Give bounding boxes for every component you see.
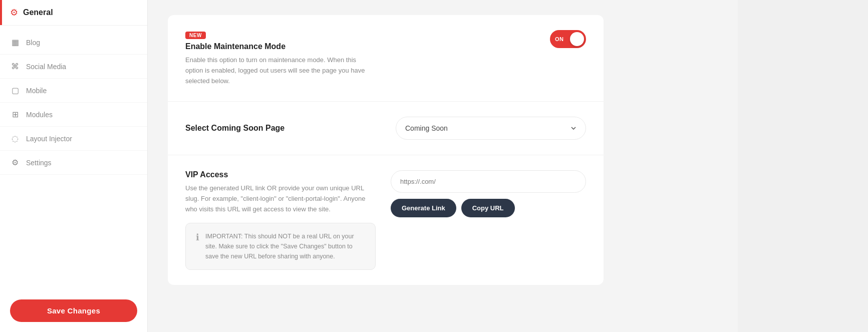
sidebar-item-mobile-label: Mobile [26, 87, 47, 95]
generate-link-button[interactable]: Generate Link [391, 199, 456, 217]
coming-soon-label: Select Coming Soon Page [185, 124, 386, 133]
sidebar-item-blog[interactable]: ▦ Blog [0, 31, 147, 55]
sidebar-nav: ▦ Blog ⌘ Social Media ▢ Mobile ⊞ Modules… [0, 26, 147, 289]
coming-soon-section: Select Coming Soon Page Coming Soon Main… [168, 102, 604, 155]
save-changes-button[interactable]: Save Changes [10, 299, 137, 322]
blog-icon: ▦ [10, 38, 20, 47]
toggle-on-label: ON [555, 36, 564, 42]
maintenance-header: NEW Enable Maintenance Mode Enable this … [185, 30, 586, 86]
vip-right: Generate Link Copy URL [391, 170, 586, 269]
maintenance-section: NEW Enable Maintenance Mode Enable this … [168, 15, 604, 102]
sidebar-item-blog-label: Blog [26, 39, 40, 47]
vip-buttons: Generate Link Copy URL [391, 199, 586, 217]
sidebar-item-social-media[interactable]: ⌘ Social Media [0, 55, 147, 79]
copy-url-button[interactable]: Copy URL [461, 199, 515, 217]
toggle-track: ON [550, 30, 586, 48]
url-input[interactable] [391, 170, 586, 193]
maintenance-title: Enable Maintenance Mode [185, 42, 540, 51]
right-spacer [738, 0, 868, 332]
content-card: NEW Enable Maintenance Mode Enable this … [168, 15, 604, 285]
sidebar-title: General [23, 8, 53, 17]
maintenance-toggle-container: ON [550, 30, 586, 48]
vip-description: Use the generated URL link OR provide yo… [185, 183, 376, 214]
mobile-icon: ▢ [10, 86, 20, 95]
sidebar: ⚙ General ▦ Blog ⌘ Social Media ▢ Mobile… [0, 0, 148, 332]
layout-injector-icon: ◌ [10, 134, 20, 143]
main-content: NEW Enable Maintenance Mode Enable this … [148, 0, 738, 332]
new-badge: NEW [185, 32, 206, 39]
gear-icon: ⚙ [10, 7, 18, 18]
coming-soon-dropdown-wrapper: Coming Soon Maintenance Page Custom Page [396, 117, 586, 140]
settings-icon: ⚙ [10, 158, 20, 167]
vip-access-section: VIP Access Use the generated URL link OR… [168, 155, 604, 284]
vip-title: VIP Access [185, 170, 376, 179]
sidebar-item-modules-label: Modules [26, 111, 53, 119]
coming-soon-dropdown[interactable]: Coming Soon Maintenance Page Custom Page [396, 117, 586, 140]
important-box: ℹ IMPORTANT: This should NOT be a real U… [185, 223, 376, 270]
coming-soon-select-area: Select Coming Soon Page Coming Soon Main… [185, 117, 586, 140]
maintenance-title-area: NEW Enable Maintenance Mode Enable this … [185, 30, 540, 86]
sidebar-item-settings-label: Settings [26, 159, 52, 167]
sidebar-item-modules[interactable]: ⊞ Modules [0, 103, 147, 127]
vip-inner: VIP Access Use the generated URL link OR… [185, 170, 586, 269]
info-icon: ℹ [196, 232, 199, 243]
social-media-icon: ⌘ [10, 62, 20, 71]
vip-left: VIP Access Use the generated URL link OR… [185, 170, 376, 269]
sidebar-item-social-media-label: Social Media [26, 63, 66, 71]
sidebar-item-mobile[interactable]: ▢ Mobile [0, 79, 147, 103]
sidebar-header: ⚙ General [0, 0, 147, 26]
sidebar-item-settings[interactable]: ⚙ Settings [0, 151, 147, 175]
sidebar-item-layout-injector-label: Layout Injector [26, 135, 72, 143]
maintenance-toggle[interactable]: ON [550, 30, 586, 48]
toggle-thumb [570, 32, 584, 46]
maintenance-description: Enable this option to turn on maintenanc… [185, 55, 366, 86]
sidebar-footer: Save Changes [0, 289, 147, 332]
sidebar-item-layout-injector[interactable]: ◌ Layout Injector [0, 127, 147, 151]
modules-icon: ⊞ [10, 110, 20, 119]
important-text: IMPORTANT: This should NOT be a real URL… [205, 231, 365, 261]
